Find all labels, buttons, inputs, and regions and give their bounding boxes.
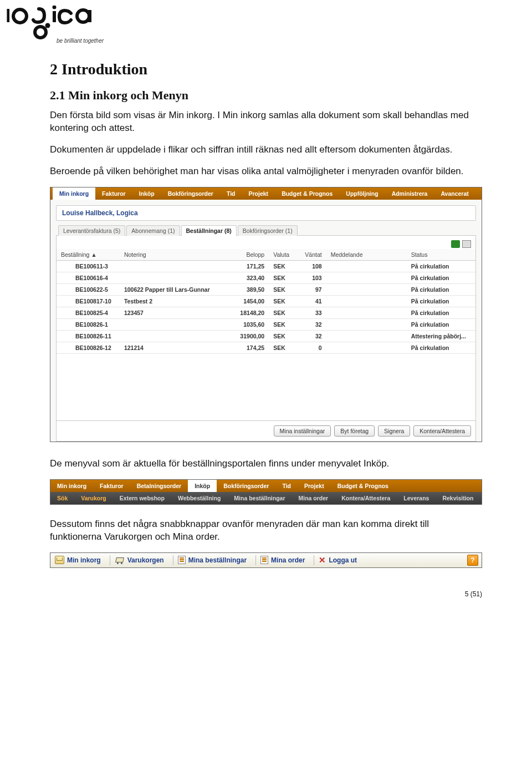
table-row[interactable]: BE100817-10Testbest 21454,00SEK41På cirk… <box>57 295 475 307</box>
screenshot-quickbar: Min inkorgVarukorgenMina beställningarMi… <box>50 552 482 568</box>
quickbar-label: Varukorgen <box>127 556 164 564</box>
export-icon[interactable] <box>451 240 460 248</box>
main-menu: Min inkorgFakturorInköpBokföringsorderTi… <box>50 187 482 200</box>
tab[interactable]: Bokföringsorder (1) <box>238 225 298 236</box>
menu-item[interactable]: Budget & Prognos <box>331 480 395 492</box>
table-row[interactable]: BE100616-4323,40SEK103På cirkulation <box>57 272 475 283</box>
menu-item[interactable]: Inköp <box>132 187 161 200</box>
submenu-item[interactable]: Rekvisition <box>436 492 480 504</box>
tab[interactable]: Abonnemang (1) <box>126 225 180 236</box>
menu-item[interactable]: Betalningsorder <box>130 480 188 492</box>
svg-point-5 <box>53 6 57 9</box>
table-row[interactable]: BE100826-1131900,00SEK32Attestering påbö… <box>57 330 475 342</box>
submenu-item[interactable]: Varukorg <box>74 492 113 504</box>
paragraph: Den första bild som visas är Min inkorg.… <box>50 109 482 135</box>
svg-point-6 <box>77 10 89 22</box>
submenu-item[interactable]: Kontera/Attestera <box>335 492 397 504</box>
print-icon[interactable] <box>462 240 471 248</box>
col-header[interactable]: Valuta <box>269 249 298 261</box>
quickbar-label: Mina beställningar <box>188 556 247 564</box>
action-bar: Mina inställningarByt företagSigneraKont… <box>57 420 475 441</box>
submenu-item[interactable]: Mina order <box>292 492 335 504</box>
table-row[interactable]: BE100826-11035,60SEK32På cirkulation <box>57 318 475 330</box>
menu-item[interactable]: Bokföringsorder <box>217 480 275 492</box>
table-row[interactable]: BE100611-3171,25SEK108På cirkulation <box>57 260 475 272</box>
svg-point-0 <box>35 27 46 38</box>
user-box: Louise Hallbeck, Logica <box>56 205 476 221</box>
submenu-item[interactable]: Extern webshop <box>113 492 171 504</box>
quickbar-mina-beställningar[interactable]: Mina beställningar <box>177 556 252 564</box>
logica-logo: l <box>6 6 105 40</box>
document-icon <box>178 556 186 564</box>
menu-item[interactable]: Bokföringsorder <box>161 187 220 200</box>
svg-point-1 <box>45 23 50 28</box>
tab[interactable]: Beställningar (8) <box>181 225 237 236</box>
col-header[interactable]: Belopp <box>229 249 269 261</box>
menu-item[interactable]: Tid <box>275 480 298 492</box>
svg-rect-4 <box>53 11 56 22</box>
menu-item[interactable]: Avancerat <box>434 187 475 200</box>
paragraph: De menyval som är aktuella för beställni… <box>50 458 482 470</box>
quickbar-min-inkorg[interactable]: Min inkorg <box>54 556 106 564</box>
menu-item[interactable]: Projekt <box>242 187 275 200</box>
action-button[interactable]: Byt företag <box>334 425 375 437</box>
menu-item[interactable]: Administrera <box>385 187 434 200</box>
submenu-item[interactable]: Sök <box>50 492 74 504</box>
menu-item[interactable]: Fakturor <box>95 187 132 200</box>
mail-icon <box>55 556 64 564</box>
col-header[interactable]: Notering <box>120 249 229 261</box>
col-header[interactable]: Meddelande <box>326 249 407 261</box>
col-header[interactable]: Väntat <box>298 249 326 261</box>
screenshot-main: Min inkorgFakturorInköpBokföringsorderTi… <box>50 187 482 442</box>
quickbar-label: Mina order <box>271 556 305 564</box>
heading-1: 2 Introduktion <box>50 60 482 78</box>
document-icon <box>260 556 268 564</box>
menu-item[interactable]: Tid <box>220 187 242 200</box>
paragraph: Dessutom finns det några snabbknappar ov… <box>50 518 482 544</box>
help-button[interactable]: ? <box>467 555 478 566</box>
quickbar-logga-ut[interactable]: ✕Logga ut <box>318 556 362 564</box>
paragraph: Beroende på vilken behörighet man har vi… <box>50 165 482 178</box>
cart-icon <box>115 556 125 564</box>
table-row[interactable]: BE100826-12121214174,25SEK0På cirkulatio… <box>57 342 475 353</box>
menu-item[interactable]: Uppföljning <box>339 187 385 200</box>
paragraph: Dokumenten är uppdelade i flikar och sif… <box>50 144 482 156</box>
logo-tagline: be brilliant together <box>57 38 532 44</box>
col-header[interactable]: Status <box>407 249 475 261</box>
svg-rect-7 <box>88 10 91 22</box>
menu-item[interactable]: Fakturor <box>93 480 130 492</box>
logo: l be brilliant together <box>0 0 532 44</box>
menu-item[interactable]: Projekt <box>298 480 331 492</box>
close-icon: ✕ <box>319 556 326 564</box>
listing: Beställning ▲NoteringBeloppValutaVäntatM… <box>56 235 476 442</box>
submenu-item[interactable]: Mina beställningar <box>227 492 291 504</box>
menu-item[interactable]: Inköp <box>188 480 217 492</box>
tabs: Leverantörsfaktura (5)Abonnemang (1)Best… <box>58 225 476 236</box>
quickbar-label: Min inkorg <box>67 556 101 564</box>
tab[interactable]: Leverantörsfaktura (5) <box>58 225 125 236</box>
screenshot-menus: Min inkorgFakturorBetalningsorderInköpBo… <box>50 479 482 505</box>
menu-item[interactable]: Min inkorg <box>50 480 93 492</box>
menu-item[interactable]: Min inkorg <box>53 187 95 200</box>
svg-text:l: l <box>6 6 11 26</box>
col-header[interactable]: Beställning ▲ <box>57 249 120 261</box>
submenu-item[interactable]: Leverans <box>397 492 436 504</box>
orders-table: Beställning ▲NoteringBeloppValutaVäntatM… <box>57 249 475 354</box>
quickbar-mina-order[interactable]: Mina order <box>259 556 310 564</box>
page-number: 5 (51) <box>50 590 482 598</box>
submenu-item[interactable]: Webbeställning <box>171 492 227 504</box>
action-button[interactable]: Kontera/Attestera <box>413 425 471 437</box>
menu-item[interactable]: Budget & Prognos <box>275 187 339 200</box>
table-row[interactable]: BE100622-5100622 Papper till Lars-Gunnar… <box>57 283 475 295</box>
heading-2: 2.1 Min inkorg och Menyn <box>50 88 482 103</box>
table-row[interactable]: BE100825-412345718148,20SEK33På cirkulat… <box>57 307 475 318</box>
quickbar-varukorgen[interactable]: Varukorgen <box>114 556 170 564</box>
svg-point-3 <box>13 9 27 23</box>
action-button[interactable]: Signera <box>378 425 410 437</box>
quickbar-label: Logga ut <box>329 556 357 564</box>
action-button[interactable]: Mina inställningar <box>274 425 331 437</box>
